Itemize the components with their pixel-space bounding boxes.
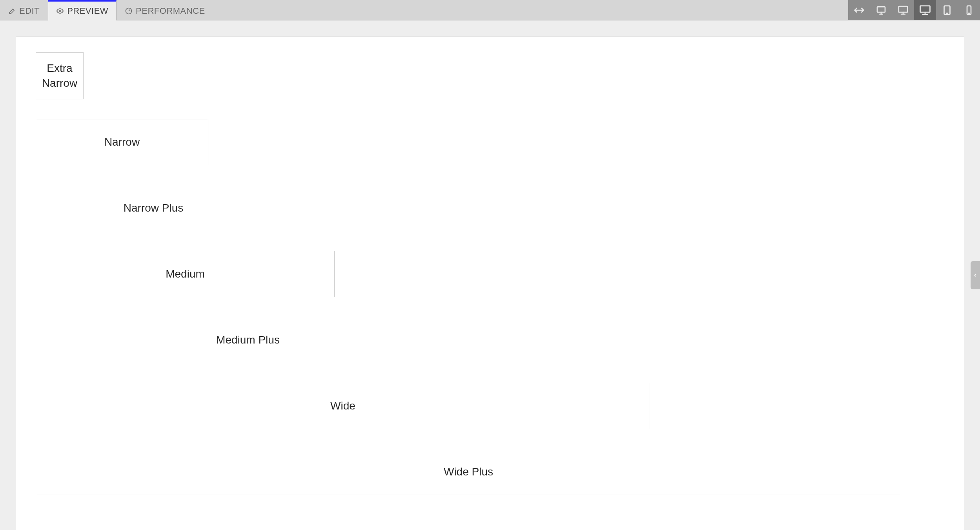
- device-desktop-small-button[interactable]: [870, 0, 892, 20]
- svg-point-0: [59, 10, 61, 12]
- mobile-icon: [963, 4, 975, 16]
- top-bar: EDIT PREVIEW PERFORMANCE: [0, 0, 980, 20]
- chevron-left-icon: [973, 272, 978, 278]
- tab-edit[interactable]: EDIT: [0, 0, 48, 20]
- desktop-large-icon: [919, 4, 931, 16]
- tab-strip: EDIT PREVIEW PERFORMANCE: [0, 0, 213, 20]
- side-panel-handle[interactable]: [971, 261, 980, 289]
- svg-rect-3: [899, 6, 908, 12]
- svg-rect-4: [920, 5, 930, 12]
- preview-stage: Extra Narrow Narrow Narrow Plus Medium M…: [0, 20, 980, 530]
- tab-edit-label: EDIT: [19, 6, 40, 16]
- device-mobile-button[interactable]: [958, 0, 980, 20]
- block-medium-plus: Medium Plus: [36, 317, 460, 363]
- block-medium-plus-label: Medium Plus: [216, 333, 280, 347]
- tab-performance[interactable]: PERFORMANCE: [117, 0, 213, 20]
- block-wide: Wide: [36, 383, 650, 429]
- block-extra-narrow: Extra Narrow: [36, 52, 84, 99]
- pencil-icon: [8, 7, 16, 15]
- block-narrow: Narrow: [36, 119, 208, 165]
- block-wide-plus-label: Wide Plus: [444, 464, 493, 479]
- device-tablet-button[interactable]: [936, 0, 958, 20]
- eye-icon: [56, 7, 64, 15]
- tab-preview-label: PREVIEW: [67, 6, 108, 16]
- block-narrow-plus: Narrow Plus: [36, 185, 271, 231]
- block-narrow-plus-label: Narrow Plus: [124, 201, 183, 216]
- tablet-icon: [941, 4, 953, 16]
- device-desktop-large-button[interactable]: [914, 0, 936, 20]
- device-toolbar: [848, 0, 980, 20]
- device-responsive-button[interactable]: [848, 0, 870, 20]
- desktop-medium-icon: [897, 4, 909, 16]
- block-extra-narrow-label: Extra Narrow: [36, 61, 83, 91]
- tab-performance-label: PERFORMANCE: [136, 6, 205, 16]
- gauge-icon: [125, 7, 133, 15]
- block-wide-plus: Wide Plus: [36, 449, 901, 495]
- device-desktop-medium-button[interactable]: [892, 0, 914, 20]
- tab-preview[interactable]: PREVIEW: [48, 0, 117, 20]
- responsive-icon: [853, 4, 865, 16]
- preview-canvas: Extra Narrow Narrow Narrow Plus Medium M…: [16, 36, 964, 530]
- block-wide-label: Wide: [330, 398, 355, 413]
- block-medium: Medium: [36, 251, 335, 297]
- desktop-small-icon: [875, 4, 887, 16]
- block-medium-label: Medium: [166, 267, 205, 281]
- block-narrow-label: Narrow: [104, 135, 140, 150]
- svg-rect-2: [877, 7, 885, 12]
